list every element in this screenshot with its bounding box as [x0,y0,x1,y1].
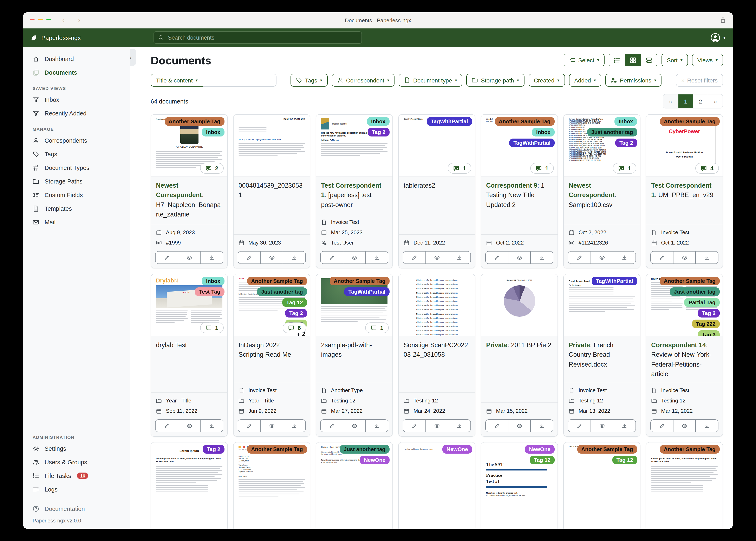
view-grid-button[interactable] [625,54,641,66]
document-title[interactable]: 2sample-pdf-with-images [316,336,392,382]
download-button[interactable] [448,420,470,432]
document-thumbnail[interactable]: one,1.0five,5.0Another Sample TagInboxTa… [481,115,558,177]
view-button[interactable] [590,420,613,432]
tag-badge[interactable]: Tag 12 [612,456,637,464]
document-thumbnail[interactable]: BANK OF SCOTLAND2,0 % p. a. auf Ihr Tage… [234,115,310,177]
tag-badge[interactable]: Inbox [367,117,390,126]
reset-filters-button[interactable]: ×Reset filters [676,74,723,87]
filter-storage-path-button[interactable]: Storage path▾ [467,74,524,87]
tag-badge[interactable]: Inbox [202,277,224,285]
edit-button[interactable] [568,252,590,264]
document-card[interactable]: Serial Number,Company Name,Employe978818… [563,114,640,269]
edit-button[interactable] [238,252,260,264]
document-card[interactable]: Lorem ipsumLorem ipsum dolor sit amet, c… [646,442,723,529]
download-button[interactable] [200,252,223,264]
document-card[interactable]: Medical TeacherHas the new Kirkpatrick g… [316,114,393,269]
view-button[interactable] [260,420,283,432]
edit-button[interactable] [486,420,508,432]
document-card[interactable]: Another Sample TagTagWithPartial12sample… [316,274,393,437]
views-button[interactable]: Views▾ [692,54,723,66]
document-thumbnail[interactable]: Country,Region/State,TagWithPartial1 [399,115,475,177]
edit-button[interactable] [321,252,343,264]
document-card[interactable]: Lorem ipsumLorem ipsum dolor sit amet, c… [151,442,228,529]
sidebar-item-users-groups[interactable]: Users & Groups [23,455,130,469]
download-button[interactable] [365,252,388,264]
document-thumbnail[interactable]: This is a multi page document. Page 1.Ne… [399,442,475,529]
sidebar-item-templates[interactable]: Templates [23,202,130,215]
document-card[interactable]: CyberPowerPowerPanel® Business EditionUs… [646,114,723,269]
tag-badge[interactable]: Tag 12 [530,456,555,464]
download-button[interactable] [613,252,636,264]
edit-button[interactable] [238,420,260,432]
sidebar-item-recently-added[interactable]: Recently Added [23,106,130,120]
tag-badge[interactable]: Tag 12 [282,298,307,307]
document-thumbnail[interactable]: Another Sample TagTagWithPartial1 [316,274,392,336]
sidebar-item-documentation[interactable]: Documentation [23,502,130,515]
tag-badge[interactable]: Tag 222 [692,319,720,328]
tag-badge[interactable]: Inbox [532,128,555,137]
sidebar-item-tags[interactable]: Tags [23,147,130,161]
document-card[interactable]: French Country BreadFor the LeavenTagWit… [563,274,640,437]
sidebar-item-storage-paths[interactable]: Storage Paths [23,175,130,188]
document-title[interactable]: tablerates2 [399,177,475,235]
document-card[interactable]: DrylabNNETFLIXInboxTest Tag1drylab TestY… [151,274,228,437]
download-button[interactable] [696,252,718,264]
sidebar-item-mail[interactable]: Mail [23,215,130,229]
search-field-selector[interactable]: Title & content▾ [151,74,203,87]
filter-added-button[interactable]: Added▾ [569,74,601,87]
tag-badge[interactable]: Another Sample Tag [330,277,390,285]
edit-button[interactable] [486,252,508,264]
filter-document-type-button[interactable]: Document type▾ [399,74,462,87]
document-card[interactable]: This is a test for the double space char… [398,274,475,437]
search-input[interactable] [167,34,357,41]
tag-badge[interactable]: Another Sample Tag [164,117,224,126]
document-thumbnail[interactable]: CyberPowerPowerPanel® Business EditionUs… [646,115,723,177]
select-button[interactable]: Select▾ [564,54,605,66]
tag-badge[interactable]: Tag 2 [285,309,307,317]
tag-badge[interactable]: Another Sample Tag [577,445,637,454]
document-card[interactable]: Patient BP Distribution 2011Private: 201… [481,274,558,437]
download-button[interactable] [530,420,553,432]
document-thumbnail[interactable]: Contact Sheet DemoGiven a set of image f… [316,442,392,529]
filter-tags-button[interactable]: Tags▾ [291,74,327,87]
sidebar-item-settings[interactable]: Settings [23,442,130,455]
document-thumbnail[interactable]: Patient BP Distribution 2011 [481,274,558,336]
sidebar-item-file-tasks[interactable]: File Tasks16 [23,469,130,482]
document-card[interactable]: Review of Arbitral AwardsAnother Sample … [646,274,723,437]
tag-badge[interactable]: TagWithPartial [509,139,555,147]
tag-badge[interactable]: Tag 2 [615,139,637,147]
download-button[interactable] [365,420,388,432]
view-button[interactable] [260,252,283,264]
pagination-next[interactable]: » [708,94,723,108]
document-thumbnail[interactable]: Serial Number,Company Name,Employe978818… [564,115,640,177]
tag-badge[interactable]: TagWithPartial [592,277,637,285]
view-button[interactable] [508,420,530,432]
document-card[interactable]: Country,Region/State,TagWithPartial1tabl… [398,114,475,269]
tag-badge[interactable]: Tag 2 [368,128,390,137]
document-title[interactable]: Newest Correspondent: Sample100.csv [564,177,640,224]
tag-badge[interactable]: Tag 2 [698,309,720,317]
sidebar-item-logs[interactable]: Logs [23,482,130,496]
tag-badge[interactable]: Inbox [615,117,637,126]
sidebar-item-documents[interactable]: Documents [23,66,130,79]
sidebar-item-inbox[interactable]: Inbox [23,93,130,106]
edit-button[interactable] [651,420,673,432]
document-title[interactable]: Private: French Country Bread Revised.do… [564,336,640,382]
edit-button[interactable] [156,252,178,264]
document-card[interactable]: BANK OF SCOTLAND2,0 % p. a. auf Ihr Tage… [233,114,310,269]
document-card[interactable]: Contact Sheet DemoGiven a set of image f… [316,442,393,529]
tag-badge[interactable]: Inbox [202,128,224,137]
view-button[interactable] [508,252,530,264]
filter-created-button[interactable]: Created▾ [528,74,565,87]
download-button[interactable] [613,420,636,432]
document-card[interactable]: Francja pod rNAPOLEON BONAPARTEAnother S… [151,114,228,269]
document-title[interactable]: Correspondent 9: 1 Testing New Title Upd… [481,177,558,235]
sidebar-item-dashboard[interactable]: Dashboard [23,52,130,66]
tag-badge[interactable]: Another Sample Tag [660,445,720,454]
document-card[interactable]: The SATPracticeTest #1Make time to take … [481,442,558,529]
document-thumbnail[interactable]: This is a testAnother Sample TagTag 12 [564,442,640,529]
edit-button[interactable] [156,420,178,432]
document-card[interactable]: This is a testAnother Sample TagTag 12 [563,442,640,529]
pagination-page-1[interactable]: 1 [678,94,693,108]
download-button[interactable] [696,420,718,432]
